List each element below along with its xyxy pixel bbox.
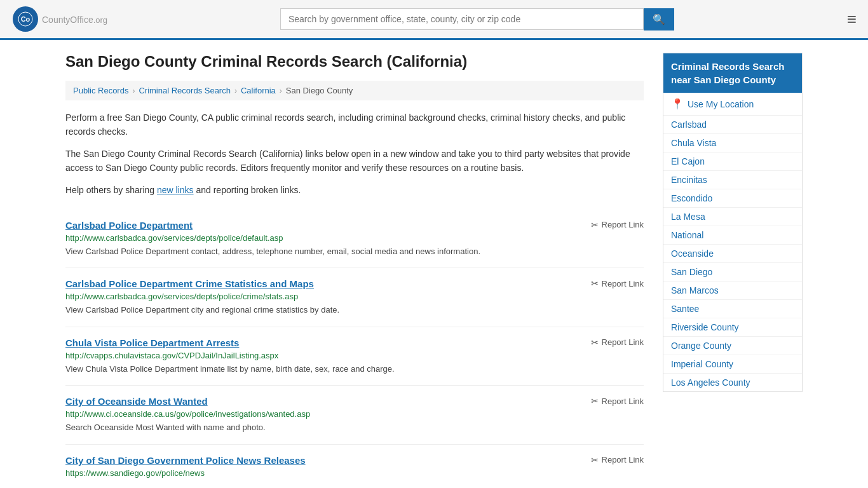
result-url[interactable]: http://cvapps.chulavistaca.gov/CVPDJail/… — [65, 351, 644, 360]
search-area: 🔍 — [280, 8, 674, 30]
result-desc: View Carlsbad Police Department city and… — [65, 304, 644, 316]
breadcrumb-california[interactable]: California — [241, 86, 276, 95]
content-area: San Diego County Criminal Records Search… — [65, 53, 644, 488]
sidebar-location-link[interactable]: La Mesa — [663, 208, 802, 226]
breadcrumb-san-diego-county: San Diego County — [286, 86, 353, 95]
breadcrumb-public-records[interactable]: Public Records — [73, 86, 128, 95]
result-desc: View Chula Vista Police Department inmat… — [65, 363, 644, 376]
logo-area: Co CountyOffice.org — [13, 6, 107, 32]
result-item: Carlsbad Police Department Crime Statist… — [65, 268, 644, 327]
sidebar-location-link[interactable]: Imperial County — [663, 355, 802, 374]
header: Co CountyOffice.org 🔍 ≡ — [0, 0, 868, 40]
sidebar-location-link[interactable]: Encinitas — [663, 171, 802, 189]
result-item: Carlsbad Police Department ✂ Report Link… — [65, 210, 644, 269]
result-title[interactable]: City of Oceanside Most Wanted — [65, 396, 208, 407]
sidebar-title: Criminal Records Search near San Diego C… — [663, 53, 802, 93]
breadcrumb-sep-1: › — [132, 86, 135, 95]
report-link-btn[interactable]: ✂ Report Link — [591, 455, 644, 465]
sidebar-location-link[interactable]: Escondido — [663, 189, 802, 208]
logo-text: CountyOffice.org — [42, 13, 107, 26]
result-url[interactable]: http://www.carlsbadca.gov/services/depts… — [65, 292, 644, 301]
sidebar: Criminal Records Search near San Diego C… — [663, 53, 803, 488]
sidebar-location-link[interactable]: El Cajon — [663, 152, 802, 171]
result-header: Carlsbad Police Department ✂ Report Link — [65, 220, 644, 231]
sidebar-location-link[interactable]: San Marcos — [663, 281, 802, 300]
report-icon: ✂ — [591, 337, 599, 348]
sidebar-location-link[interactable]: Santee — [663, 300, 802, 318]
sidebar-location-link[interactable]: Carlsbad — [663, 116, 802, 134]
result-header: City of Oceanside Most Wanted ✂ Report L… — [65, 396, 644, 407]
breadcrumb-sep-3: › — [280, 86, 282, 95]
results-list: Carlsbad Police Department ✂ Report Link… — [65, 210, 644, 488]
breadcrumb-criminal-records-search[interactable]: Criminal Records Search — [139, 86, 231, 95]
breadcrumb-sep-2: › — [234, 86, 237, 95]
description-1: Perform a free San Diego County, CA publ… — [65, 111, 644, 139]
result-item: Chula Vista Police Department Arrests ✂ … — [65, 327, 644, 386]
result-item: City of Oceanside Most Wanted ✂ Report L… — [65, 386, 644, 445]
description-2: The San Diego County Criminal Records Se… — [65, 147, 644, 175]
location-icon: 📍 — [671, 98, 684, 110]
result-desc: View Carlsbad Police Department contact,… — [65, 245, 644, 258]
result-item: City of San Diego Government Police News… — [65, 445, 644, 488]
result-header: City of San Diego Government Police News… — [65, 455, 644, 466]
page-title: San Diego County Criminal Records Search… — [65, 53, 644, 71]
logo-icon: Co — [13, 6, 38, 32]
report-icon: ✂ — [591, 220, 599, 230]
menu-button[interactable]: ≡ — [847, 10, 855, 29]
search-button[interactable]: 🔍 — [644, 8, 674, 30]
sidebar-box: Criminal Records Search near San Diego C… — [663, 53, 803, 392]
report-link-btn[interactable]: ✂ Report Link — [591, 220, 644, 230]
result-url[interactable]: http://www.ci.oceanside.ca.us/gov/police… — [65, 409, 644, 419]
sidebar-location-link[interactable]: Los Angeles County — [663, 374, 802, 391]
result-title[interactable]: Carlsbad Police Department Crime Statist… — [65, 278, 314, 289]
use-location-label: Use My Location — [688, 99, 754, 109]
use-my-location-button[interactable]: 📍 Use My Location — [663, 93, 802, 116]
new-links-link[interactable]: new links — [157, 185, 194, 195]
svg-text:Co: Co — [21, 15, 31, 23]
report-icon: ✂ — [591, 455, 599, 465]
result-header: Chula Vista Police Department Arrests ✂ … — [65, 337, 644, 348]
sidebar-location-link[interactable]: San Diego — [663, 263, 802, 281]
result-title[interactable]: Chula Vista Police Department Arrests — [65, 337, 239, 348]
report-link-btn[interactable]: ✂ Report Link — [591, 337, 644, 348]
breadcrumb: Public Records › Criminal Records Search… — [65, 81, 644, 100]
result-title[interactable]: Carlsbad Police Department — [65, 220, 193, 231]
report-link-btn[interactable]: ✂ Report Link — [591, 278, 644, 288]
sidebar-location-link[interactable]: Oceanside — [663, 245, 802, 263]
result-url[interactable]: http://www.carlsbadca.gov/services/depts… — [65, 233, 644, 243]
search-input[interactable] — [280, 8, 644, 30]
sidebar-location-link[interactable]: National — [663, 226, 802, 245]
sidebar-location-link[interactable]: Riverside County — [663, 318, 802, 337]
sidebar-location-link[interactable]: Chula Vista — [663, 134, 802, 152]
result-url[interactable]: https://www.sandiego.gov/police/news — [65, 468, 644, 478]
result-title[interactable]: City of San Diego Government Police News… — [65, 455, 306, 466]
sidebar-location-link[interactable]: Orange County — [663, 337, 802, 355]
result-desc: Search Oceanside Most Wanted with name a… — [65, 421, 644, 434]
report-icon: ✂ — [591, 278, 599, 288]
sidebar-links: CarlsbadChula VistaEl CajonEncinitasEsco… — [663, 116, 802, 391]
report-icon: ✂ — [591, 396, 599, 406]
search-icon: 🔍 — [653, 14, 665, 25]
report-link-btn[interactable]: ✂ Report Link — [591, 396, 644, 406]
description-3: Help others by sharing new links and rep… — [65, 183, 644, 197]
result-header: Carlsbad Police Department Crime Statist… — [65, 278, 644, 289]
main-layout: San Diego County Criminal Records Search… — [53, 53, 815, 488]
